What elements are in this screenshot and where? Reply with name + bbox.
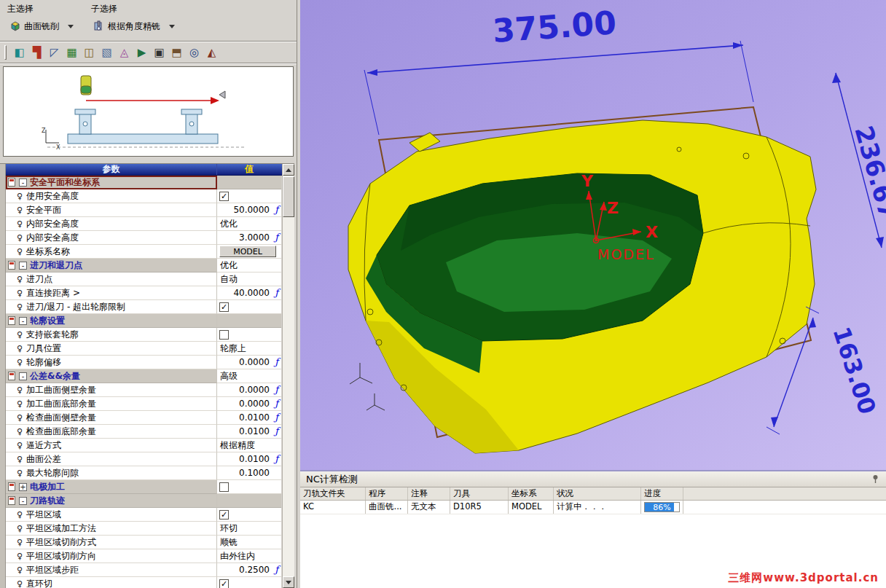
scroll-down-icon[interactable]	[283, 576, 294, 588]
param-name-cell[interactable]: -安全平面和坐标系	[6, 176, 217, 189]
param-row[interactable]: ♀最大轮廓间隙0.1000	[6, 466, 281, 480]
param-value-cell[interactable]: 优化	[217, 259, 281, 273]
scrollbar-thumb[interactable]	[283, 176, 294, 217]
formula-icon[interactable]: ƒ	[275, 287, 278, 298]
formula-icon[interactable]: ƒ	[275, 453, 278, 464]
param-row[interactable]: ♀逼近方式根据精度	[6, 439, 281, 452]
formula-icon[interactable]: ƒ	[275, 356, 278, 367]
viewport-canvas[interactable]: 375.00 236.67 163.00	[300, 0, 886, 470]
param-name-cell[interactable]: ♀坐标系名称	[6, 245, 217, 259]
nc-column-header[interactable]: 刀轨文件夹	[300, 487, 366, 500]
param-value-cell[interactable]: ✓	[217, 300, 281, 314]
param-name-cell[interactable]: ♀直连接距离 >	[6, 286, 217, 300]
pin-icon[interactable]	[871, 474, 880, 484]
param-value-cell[interactable]: 0.0100ƒ	[217, 411, 281, 425]
param-value-cell[interactable]: 0.0000ƒ	[217, 356, 281, 369]
nc-column-header[interactable]: 进度	[641, 487, 683, 500]
param-row[interactable]: ♀平坦区域切削方式顺铣	[6, 536, 281, 549]
param-row[interactable]: ♀使用安全高度✓	[6, 189, 281, 203]
formula-icon[interactable]: ƒ	[275, 204, 278, 215]
param-scrollbar[interactable]	[282, 164, 294, 588]
param-value-cell[interactable]: 0.1000	[217, 466, 281, 480]
param-name-cell[interactable]: -刀路轨迹	[6, 494, 217, 508]
param-row[interactable]: ♀平坦区域加工方法环切	[6, 522, 281, 536]
param-checkbox[interactable]: ✓	[219, 510, 229, 520]
param-value-cell[interactable]	[217, 328, 281, 342]
formula-icon[interactable]: ƒ	[275, 564, 278, 575]
param-name-cell[interactable]: ♀加工曲面底部余量	[6, 397, 217, 411]
formula-icon[interactable]: ƒ	[275, 232, 278, 243]
param-group-row[interactable]: -安全平面和坐标系	[6, 176, 281, 189]
param-row[interactable]: ♀平坦区域步距0.2500ƒ	[6, 563, 281, 577]
export-icon[interactable]: ⬒	[168, 44, 185, 61]
param-name-cell[interactable]: -公差&&余量	[6, 369, 217, 383]
save-icon[interactable]: ▣	[151, 44, 168, 61]
param-name-cell[interactable]: ♀平坦区域加工方法	[6, 522, 217, 536]
param-name-cell[interactable]: ♀使用安全高度	[6, 189, 217, 203]
param-checkbox[interactable]	[219, 330, 229, 340]
chevron-down-icon[interactable]	[65, 20, 77, 33]
param-name-cell[interactable]: ♀安全平面	[6, 203, 217, 217]
param-row[interactable]: ♀曲面公差0.0100ƒ	[6, 452, 281, 466]
param-row[interactable]: ♀平坦区域✓	[6, 508, 281, 522]
param-name-cell[interactable]: ♀进刀点	[6, 273, 217, 286]
nc-table-row[interactable]: KC曲面铣...无文本D10R5MODEL计算中．．．86%	[300, 501, 886, 514]
param-value-cell[interactable]: ✓	[217, 189, 281, 203]
param-row[interactable]: ♀直环切✓	[6, 577, 281, 588]
param-row[interactable]: ♀支持嵌套轮廓	[6, 328, 281, 342]
param-row[interactable]: ♀内部安全高度优化	[6, 217, 281, 231]
param-checkbox[interactable]: ✓	[219, 192, 229, 201]
param-value-cell[interactable]: 0.2500ƒ	[217, 563, 281, 577]
param-value-cell[interactable]: MODEL	[217, 245, 281, 259]
param-value-cell[interactable]: 0.0000ƒ	[217, 397, 281, 411]
scroll-up-icon[interactable]	[283, 164, 294, 176]
param-group-row[interactable]: -进刀和退刀点优化	[6, 259, 281, 273]
param-checkbox[interactable]: ✓	[219, 579, 229, 588]
param-name-cell[interactable]: ♀刀具位置	[6, 342, 217, 356]
param-group-row[interactable]: -公差&&余量高级	[6, 369, 281, 383]
param-name-cell[interactable]: ♀平坦区域步距	[6, 563, 217, 577]
simulate-icon[interactable]: ▶	[133, 44, 150, 61]
param-value-cell[interactable]: ✓	[217, 577, 281, 588]
sub-select-combo[interactable]: 根据角度精铣	[91, 18, 179, 34]
param-value-cell[interactable]: 轮廓上	[217, 342, 281, 356]
toolpath-icon[interactable]: ◬	[116, 44, 133, 61]
collapse-icon[interactable]: -	[19, 179, 27, 187]
nc-column-header[interactable]: 注释	[408, 487, 450, 500]
param-row[interactable]: ♀加工曲面侧壁余量0.0000ƒ	[6, 383, 281, 397]
param-name-cell[interactable]: -轮廓设置	[6, 314, 217, 328]
exit-icon[interactable]: ◭	[203, 44, 220, 61]
param-row[interactable]: ♀直连接距离 >40.0000ƒ	[6, 286, 281, 300]
param-name-cell[interactable]: ♀检查曲面底部余量	[6, 425, 217, 439]
param-name-cell[interactable]: ♀逼近方式	[6, 439, 217, 452]
param-row[interactable]: ♀轮廓偏移0.0000ƒ	[6, 356, 281, 369]
param-value-cell[interactable]: 40.0000ƒ	[217, 286, 281, 300]
param-name-cell[interactable]: ♀进刀/退刀 - 超出轮廓限制	[6, 300, 217, 314]
param-name-cell[interactable]: ♀直环切	[6, 577, 217, 588]
param-row[interactable]: ♀检查曲面底部余量0.0100ƒ	[6, 425, 281, 439]
formula-icon[interactable]: ƒ	[275, 384, 278, 395]
nc-panel-titlebar[interactable]: NC计算检测	[300, 471, 886, 487]
nc-column-header[interactable]: 状况	[554, 487, 641, 500]
param-value-cell[interactable]: 高级	[217, 369, 281, 383]
collapse-icon[interactable]: -	[19, 497, 27, 505]
param-value-cell[interactable]: 环切	[217, 522, 281, 536]
param-name-cell[interactable]: +电极加工	[6, 480, 217, 494]
param-row[interactable]: ♀安全平面50.0000ƒ	[6, 203, 281, 217]
param-row[interactable]: ♀检查曲面侧壁余量0.0100ƒ	[6, 411, 281, 425]
param-value-cell[interactable]: 根据精度	[217, 439, 281, 452]
param-group-row[interactable]: -轮廓设置	[6, 314, 281, 328]
param-name-cell[interactable]: ♀平坦区域切削方式	[6, 536, 217, 549]
stock-box-icon[interactable]: ▧	[98, 44, 115, 61]
param-row[interactable]: ♀进刀点自动	[6, 273, 281, 286]
toolbar-grip[interactable]	[4, 45, 7, 60]
value-column-header[interactable]: 值	[217, 164, 281, 175]
param-row[interactable]: ♀刀具位置轮廓上	[6, 342, 281, 356]
param-group-row[interactable]: -刀路轨迹	[6, 494, 281, 508]
param-value-cell[interactable]: 由外往内	[217, 549, 281, 563]
formula-icon[interactable]: ƒ	[275, 398, 278, 409]
param-checkbox[interactable]	[219, 482, 229, 492]
verify-icon[interactable]: ◎	[186, 44, 203, 61]
collapse-icon[interactable]: -	[19, 262, 27, 270]
param-value-cell[interactable]: 0.0100ƒ	[217, 425, 281, 439]
